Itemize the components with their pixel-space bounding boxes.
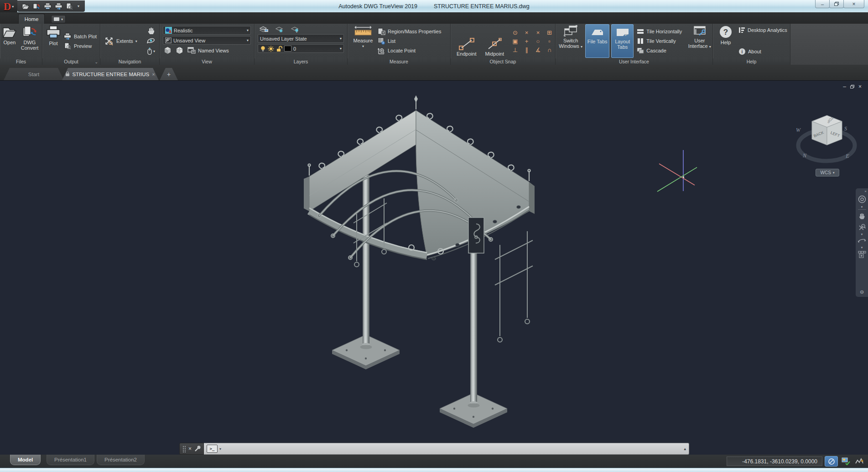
isolate-objects-button[interactable] — [825, 456, 838, 467]
preview-button-qat[interactable] — [65, 2, 74, 11]
navbar-collapse-icon[interactable]: ⊖ — [860, 289, 864, 295]
view-dropdown[interactable]: Unsaved View ▾ — [163, 36, 251, 45]
user-interface-button[interactable]: User Interface ▾ — [687, 24, 712, 58]
layout-tab-presentation2[interactable]: Présentation2 — [97, 455, 145, 465]
pan-button[interactable] — [147, 27, 155, 35]
wcs-dropdown[interactable]: WCS ▾ — [816, 169, 839, 176]
nearest-snap-icon[interactable]: ▫ — [544, 37, 555, 46]
help-button[interactable]: ? Help — [717, 24, 735, 58]
compass-west[interactable]: W — [796, 127, 801, 133]
layer-properties-button[interactable] — [260, 26, 269, 33]
tile-horizontally-button[interactable]: Tile Horizontally — [637, 27, 686, 36]
ribbon-display-options-button[interactable]: ▾ — [51, 15, 66, 23]
extension-snap-icon[interactable]: ⊞ — [544, 28, 555, 37]
zoom-tool-button[interactable] — [858, 223, 866, 231]
show-motion-button[interactable] — [858, 251, 866, 258]
node-snap-icon[interactable]: × — [521, 28, 532, 37]
layer-freeze-button[interactable] — [275, 26, 284, 33]
layout-tab-model[interactable]: Model — [10, 455, 41, 465]
layout-tab-presentation1[interactable]: Présentation1 — [47, 455, 94, 465]
3d-structure-model[interactable] — [304, 95, 535, 428]
zoom-extents-button[interactable]: Extents ▾ — [104, 37, 137, 46]
compass-south[interactable]: S — [844, 125, 847, 132]
drag-grip-icon[interactable] — [182, 446, 186, 452]
plot-button-qat[interactable] — [43, 2, 52, 11]
layer-on-off-button[interactable] — [291, 26, 300, 33]
minimize-button[interactable]: – — [815, 0, 830, 8]
region-mass-properties-button[interactable]: Region/Mass Properties — [378, 27, 441, 36]
batch-plot-button-qat[interactable] — [54, 2, 63, 11]
orbit-tool-button[interactable] — [858, 238, 866, 244]
compass-east[interactable]: E — [845, 153, 849, 159]
new-tab-button[interactable]: + — [160, 68, 178, 80]
chevron-down-icon[interactable]: ▾ — [861, 233, 863, 236]
model-space-canvas[interactable]: W S N E TOP BACK LEFT — [0, 81, 868, 455]
intersection-snap-icon[interactable]: × — [532, 28, 544, 37]
cascade-button[interactable]: Cascade — [637, 47, 686, 55]
perpendicular-snap-icon[interactable]: ⊥ — [509, 46, 521, 54]
doc-minimize-button[interactable]: – — [843, 83, 846, 90]
box-wireframe-button[interactable] — [176, 47, 183, 54]
snap-none-icon[interactable]: ∩ — [544, 46, 555, 54]
tile-vertically-button[interactable]: Tile Vertically — [637, 37, 686, 46]
drawing-viewport[interactable]: W S N E TOP BACK LEFT – × WCS ▾ — [0, 80, 868, 455]
tab-home[interactable]: Home — [18, 14, 45, 24]
chevron-down-icon[interactable]: ▾ — [861, 205, 863, 208]
chevron-down-icon[interactable]: ▾ — [861, 246, 863, 249]
batch-plot-button[interactable]: Batch Plot — [63, 32, 97, 41]
chevron-down-icon[interactable]: ▾ — [219, 447, 221, 451]
about-button[interactable]: i About — [738, 47, 787, 56]
named-views-button[interactable]: Named Views — [187, 46, 229, 55]
customize-wrench-icon[interactable] — [194, 446, 201, 452]
navigation-wheel-button[interactable] — [858, 195, 866, 203]
layer-state-dropdown[interactable]: Unsaved Layer State ▾ — [258, 34, 344, 43]
command-input-field[interactable]: >_ ▾ ▴ — [204, 443, 689, 455]
qat-customize-dropdown[interactable]: ▾ — [76, 2, 81, 11]
layer-dropdown[interactable]: 0 ▾ — [258, 44, 344, 53]
center-snap-icon[interactable]: ⊙ — [509, 28, 521, 37]
visual-style-dropdown[interactable]: Realistic ▾ — [163, 26, 251, 35]
endpoint-snap-button[interactable]: Endpoint — [452, 24, 481, 58]
dwg-convert-button[interactable]: DWG Convert — [19, 24, 40, 58]
layout-tabs-toggle-button[interactable]: Layout Tabs — [611, 24, 634, 58]
file-tabs-toggle-button[interactable]: File Tabs — [585, 24, 609, 58]
measure-button[interactable]: Measure ▾ — [351, 24, 375, 58]
close-tab-icon[interactable]: × — [152, 72, 155, 77]
command-close-icon[interactable]: × — [188, 446, 192, 452]
doc-close-button[interactable]: × — [858, 83, 862, 90]
recent-commands-icon[interactable]: >_ — [207, 445, 218, 453]
performance-monitor-button[interactable] — [854, 456, 865, 466]
plot-button[interactable]: Plot — [45, 24, 62, 58]
command-text-input[interactable] — [223, 443, 682, 454]
compass-north[interactable]: N — [802, 152, 807, 159]
apparent-intersection-snap-icon[interactable]: ∡ — [532, 46, 544, 54]
mouse-settings-button[interactable]: ▾ — [147, 47, 155, 56]
tangent-snap-icon[interactable]: ○ — [532, 37, 544, 46]
command-history-up-icon[interactable]: ▴ — [684, 446, 686, 451]
command-line-handle[interactable]: × — [179, 443, 204, 455]
orbit-button[interactable] — [147, 37, 155, 44]
panel-launcher-icon[interactable]: ⌄ — [94, 60, 98, 64]
quadrant-snap-icon[interactable]: + — [521, 37, 532, 46]
midpoint-snap-button[interactable]: Midpoint — [481, 24, 509, 58]
desktop-analytics-button[interactable]: Desktop Analytics — [738, 26, 787, 34]
restore-button[interactable] — [829, 0, 844, 8]
insertion-snap-icon[interactable]: ▣ — [509, 37, 521, 46]
preview-button[interactable]: Preview — [63, 41, 97, 50]
navbar-close-icon[interactable]: × — [864, 190, 867, 193]
file-tab-drawing[interactable]: STRUCTURE ENTREE MARIUS × — [62, 68, 159, 80]
locate-point-button[interactable]: Locate Point — [378, 47, 441, 55]
parallel-snap-icon[interactable]: ∥ — [521, 46, 532, 54]
doc-restore-button[interactable] — [850, 85, 854, 88]
list-button[interactable]: List — [378, 37, 441, 46]
open-button[interactable] — [21, 2, 30, 11]
hardware-acceleration-button[interactable] — [840, 456, 852, 466]
viewcube[interactable]: W S N E TOP BACK LEFT — [796, 115, 855, 161]
pan-tool-button[interactable] — [858, 213, 866, 220]
close-button[interactable]: × — [843, 0, 864, 8]
application-menu-button[interactable]: D ▾ — [0, 0, 17, 13]
open-button[interactable]: Open — [2, 24, 17, 58]
file-tab-start[interactable]: Start — [4, 68, 64, 80]
dwg-convert-button[interactable] — [32, 2, 41, 11]
switch-windows-button[interactable]: Switch Windows ▾ — [557, 24, 584, 58]
